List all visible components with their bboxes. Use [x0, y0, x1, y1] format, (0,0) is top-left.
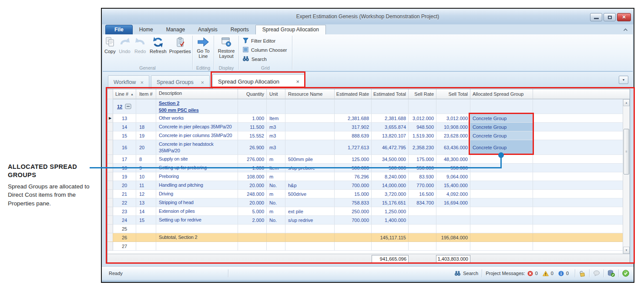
grid-cell-filler[interactable]	[533, 207, 624, 216]
grid-cell-item[interactable]	[136, 242, 156, 251]
grid-cell-asg[interactable]	[470, 225, 533, 233]
grid-cell-line[interactable]: 21	[113, 190, 136, 198]
search-button[interactable]: Search	[242, 54, 289, 63]
grid-cell-filler[interactable]	[533, 198, 624, 207]
grid-cell-sell_rate[interactable]: 175.000	[409, 155, 436, 164]
close-tab-icon[interactable]: ×	[201, 79, 204, 86]
grid-cell-item[interactable]: 11	[136, 181, 156, 190]
row-indicator[interactable]: ▶	[107, 114, 113, 123]
grid-cell-sell_rate[interactable]	[409, 225, 436, 233]
grid-cell-desc[interactable]: Setting up for redrive	[156, 216, 238, 225]
row-indicator[interactable]	[107, 140, 113, 155]
grid-cell-sell_rate[interactable]	[409, 216, 436, 225]
column-header-est_rate[interactable]: Estimated Rate	[335, 89, 372, 99]
grid-cell-res[interactable]	[285, 198, 335, 207]
grid-cell-filler[interactable]	[533, 114, 624, 123]
grid-cell-filler[interactable]	[533, 190, 624, 198]
grid-cell-item[interactable]: 18	[136, 123, 156, 131]
tab-workflow[interactable]: Workflow ×	[108, 75, 149, 89]
grid-cell-item[interactable]: 10	[136, 172, 156, 181]
scroll-up-button[interactable]: ▲	[623, 99, 630, 106]
grid-cell-est_total[interactable]: 3,720.000	[372, 190, 409, 198]
grid-cell-est_total[interactable]: 14,000.000	[372, 181, 409, 190]
table-row[interactable]: 1910Preboring108.000m76.2968,240.00083.9…	[107, 172, 624, 181]
column-chooser-button[interactable]: Column Chooser	[242, 45, 289, 54]
grid-cell-sell_total[interactable]: 4,092.000	[436, 190, 470, 198]
grid-cell-asg[interactable]	[470, 242, 533, 251]
grid-cell-desc[interactable]: Section 2500 mm PSC piles	[156, 99, 238, 114]
grid-cell-asg[interactable]	[470, 181, 533, 190]
table-row[interactable]: 25	[107, 225, 624, 233]
table-row[interactable]: ▶13Other works1.000Item2,381.6882,381.68…	[107, 114, 624, 123]
row-indicator[interactable]	[107, 172, 113, 181]
grid-cell-sell_rate[interactable]: 2,358.230	[409, 140, 436, 155]
restore-layout-button[interactable]: Restore Layout	[215, 35, 238, 65]
grid-cell-line[interactable]: 17	[113, 155, 136, 164]
row-indicator[interactable]	[107, 198, 113, 207]
grid-cell-asg[interactable]	[470, 99, 533, 114]
grid-cell-est_total[interactable]	[372, 99, 409, 114]
grid-cell-est_total[interactable]: 8,240.000	[372, 172, 409, 181]
grid-cell-qty[interactable]	[238, 99, 267, 114]
grid-cell-res[interactable]: s/up redrive	[285, 216, 335, 225]
grid-cell-est_total[interactable]: 13,820.107	[372, 131, 409, 140]
ribbon-tab-home[interactable]: Home	[133, 25, 160, 34]
ribbon-tab-analysis[interactable]: Analysis	[191, 25, 224, 34]
validation-ok-button[interactable]	[622, 270, 629, 277]
tab-spread-group-allocation[interactable]: Spread Group Allocation ×	[212, 74, 305, 89]
grid-cell-qty[interactable]: 2.000	[238, 216, 267, 225]
undo-button[interactable]: Undo	[117, 35, 133, 65]
table-row[interactable]: 27	[107, 242, 624, 251]
grid-cell-est_total[interactable]: 15,176.651	[372, 198, 409, 207]
table-row[interactable]: 178Supply on site276.000m500mm pile125.0…	[107, 155, 624, 164]
grid-cell-sell_total[interactable]: 15,400.000	[436, 181, 470, 190]
grid-cell-sell_rate[interactable]: 3,012.000	[409, 114, 436, 123]
close-button[interactable]: ✕	[617, 13, 631, 21]
grid-cell-desc[interactable]	[156, 242, 238, 251]
column-header-item[interactable]: Item #	[136, 89, 156, 99]
grid-cell-desc[interactable]: Supply on site	[156, 155, 238, 164]
grid-cell-unit[interactable]: m	[267, 155, 285, 164]
grid-cell-est_total[interactable]	[372, 225, 409, 233]
table-row[interactable]: 2213Stripping of head20.000No.758.83315,…	[107, 198, 624, 207]
grid-cell-qty[interactable]: 276.000	[238, 155, 267, 164]
grid-cell-desc[interactable]: Preboring	[156, 172, 238, 181]
grid-cell-filler[interactable]	[533, 225, 624, 233]
grid-cell-est_rate[interactable]: 700.000	[335, 181, 372, 190]
comments-button[interactable]	[593, 270, 600, 276]
grid-cell-est_rate[interactable]: 758.833	[335, 198, 372, 207]
grid-cell-est_rate[interactable]: 700.000	[335, 216, 372, 225]
copy-button[interactable]: Copy	[103, 35, 117, 65]
grid-cell-desc[interactable]: Other works	[156, 114, 238, 123]
grid-cell-est_rate[interactable]	[335, 242, 372, 251]
grid-cell-filler[interactable]	[533, 172, 624, 181]
grid-cell-line[interactable]: 14	[113, 123, 136, 131]
grid-cell-res[interactable]	[285, 233, 335, 242]
grid-cell-res[interactable]: 500mm pile	[285, 155, 335, 164]
grid-cell-est_rate[interactable]: 500.000	[335, 164, 372, 172]
column-header-unit[interactable]: Unit	[267, 89, 285, 99]
grid-cell-qty[interactable]	[238, 233, 267, 242]
grid-cell-asg[interactable]: Concrete Group	[470, 140, 533, 155]
row-indicator[interactable]	[107, 155, 113, 164]
grid-cell-unit[interactable]	[267, 242, 285, 251]
grid-cell-sell_rate[interactable]: 83.930	[409, 172, 436, 181]
grid-cell-sell_rate[interactable]	[409, 99, 436, 114]
grid-cell-unit[interactable]: m3	[267, 123, 285, 131]
grid-cell-desc[interactable]: Extension of piles	[156, 207, 238, 216]
grid-cell-res[interactable]	[285, 123, 335, 131]
table-row[interactable]: 2011Handling and pitching20.000No.h&p700…	[107, 181, 624, 190]
grid-cell-qty[interactable]: 1.000	[238, 164, 267, 172]
grid-cell-sell_total[interactable]: 3,012.000	[436, 114, 470, 123]
grid-cell-qty[interactable]: 5.000	[238, 207, 267, 216]
grid-cell-unit[interactable]: m3	[267, 131, 285, 140]
grid-cell-qty[interactable]: 1.000	[238, 114, 267, 123]
grid-cell-est_total[interactable]: 1,400.000	[372, 216, 409, 225]
minimize-button[interactable]	[590, 13, 602, 21]
grid-cell-unit[interactable]: Item	[267, 114, 285, 123]
table-row[interactable]: 2112Driving248.000m500drive15.0003,720.0…	[107, 190, 624, 198]
table-row[interactable]: 2415Setting up for redrive2.000No.s/up r…	[107, 216, 624, 225]
grid-cell-item[interactable]: 15	[136, 216, 156, 225]
grid-cell-desc[interactable]: Setting up for preboring	[156, 164, 238, 172]
lock-status-button[interactable]	[579, 270, 586, 277]
